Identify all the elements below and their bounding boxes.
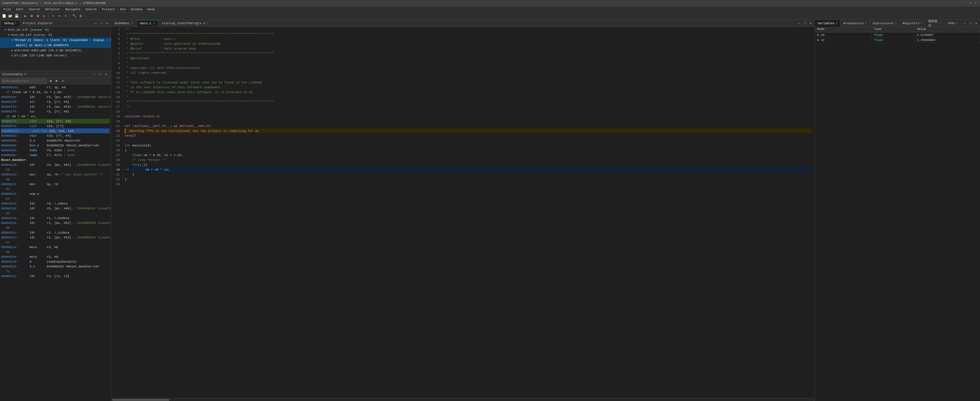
editor-tab-hex-close[interactable]: × xyxy=(131,22,133,25)
var-type-v1: float xyxy=(872,38,915,42)
tab-expressions-close[interactable]: × xyxy=(895,22,897,25)
asm-line-num59: 59 xyxy=(1,167,110,172)
editor-scrollbar-x[interactable] xyxy=(111,398,815,401)
asm-addr: 0800021c: xyxy=(1,231,30,234)
tree-expand-gdb: ▶ xyxy=(11,49,13,52)
toolbar-debug-suspend[interactable]: ⏸ xyxy=(29,13,35,19)
code-line-29: for(;;){ xyxy=(125,162,812,167)
toolbar-open[interactable]: 📂 xyxy=(7,13,13,19)
tab-breakpoints-close[interactable]: × xyxy=(865,22,867,25)
tab-variables-close[interactable]: × xyxy=(835,22,837,25)
toolbar-settings[interactable]: ⚙ xyxy=(78,13,83,19)
editor-tab-startup[interactable]: startup_stm32f407vgtx.s × xyxy=(158,20,212,27)
code-content[interactable]: /** ************************************… xyxy=(123,27,815,398)
disasm-nav-fwd[interactable]: ▶ xyxy=(54,78,59,83)
line-num-28: 28 xyxy=(112,158,120,162)
tab-sfrs[interactable]: SFRs × xyxy=(945,20,961,27)
tree-item-stlink[interactable]: ▶ ST-LINK (ST-LINK GDB server) xyxy=(0,53,111,58)
toolbar-step-return[interactable]: ⬆ xyxy=(63,13,68,19)
menu-source[interactable]: Source xyxy=(27,7,43,12)
tree-item-thread[interactable]: ▼ Thread #1 (main: 1 [core: 0] (Suspende… xyxy=(0,38,111,43)
menu-navigate[interactable]: Navigate xyxy=(63,7,83,12)
editor-scrollbar-thumb[interactable] xyxy=(112,399,169,401)
editor-close[interactable]: ✕ xyxy=(808,21,813,26)
line-numbers: 1 2 3 4 5 6 7 8 9 10 11 12 13 14 15 16 1… xyxy=(111,27,123,398)
editor-tab-hex[interactable]: 0x8000ec × xyxy=(111,20,137,27)
code-line-31: } xyxy=(125,172,812,177)
location-input[interactable] xyxy=(1,78,47,83)
asm-ops: r2, =_sidata xyxy=(47,231,69,234)
menu-project[interactable]: Project xyxy=(100,7,118,12)
editor-tab-bar: 0x8000ec × main.c × startup_stm32f407vgt… xyxy=(111,20,815,27)
asm-instr: ldr xyxy=(30,163,47,167)
asm-addr: 08000210: xyxy=(1,163,30,167)
asm-instr: ldr xyxy=(30,207,47,210)
tree-item-root[interactable]: ▼ Test_02.elf [cores: 0] xyxy=(0,27,111,32)
asm-line-ldr-r4: 08000222: ldr r4, [r2, r3] xyxy=(1,274,110,278)
toolbar-save[interactable]: 💾 xyxy=(14,13,19,19)
debug-maximize[interactable]: □ xyxy=(99,21,104,26)
left-panels: Debug × Project Explorer — □ ✕ ▼ Test_02… xyxy=(0,20,111,401)
tree-item-gdb[interactable]: ▶ arm-none-eabi-gdb (10.2.90.20210621) xyxy=(0,48,111,53)
toolbar-step-over[interactable]: ➡ xyxy=(56,13,62,19)
disasm-maximize[interactable]: □ xyxy=(98,72,103,77)
code-line-1: /** xyxy=(125,27,812,32)
menu-file[interactable]: File xyxy=(1,7,13,12)
tree-item-main[interactable]: main() at main.c:30 0x8001fe xyxy=(0,43,111,48)
close-button[interactable]: ✕ xyxy=(974,1,978,5)
toolbar-build[interactable]: 🔨 xyxy=(72,13,77,19)
code-line-26: { xyxy=(125,148,812,153)
asm-instr: movs xyxy=(30,255,47,259)
disasm-nav-back[interactable]: ◀ xyxy=(48,78,53,83)
toolbar-step-into[interactable]: ⬇ xyxy=(50,13,56,19)
editor-tab-main[interactable]: main.c × xyxy=(137,20,159,27)
asm-instr: b.n xyxy=(30,139,47,142)
editor-maximize[interactable]: □ xyxy=(802,21,808,26)
line-num-3: 3 xyxy=(112,37,120,41)
disasm-refresh[interactable]: ↻ xyxy=(60,78,65,83)
var-panel-maximize[interactable]: □ xyxy=(968,21,973,26)
toolbar-debug-resume[interactable]: ▶ xyxy=(22,13,28,19)
menu-help[interactable]: Help xyxy=(145,7,157,12)
line-num-14: 14 xyxy=(112,90,120,95)
var-row-v1[interactable]: ⊕ v1 float 1.35000002 xyxy=(815,38,980,43)
code-editor[interactable]: 1 2 3 4 5 6 7 8 9 10 11 12 13 14 15 16 1… xyxy=(111,27,815,398)
var-panel-minimize[interactable]: — xyxy=(963,21,967,26)
toolbar-debug-stop[interactable]: ⏹ xyxy=(35,13,41,19)
editor-tab-main-close[interactable]: × xyxy=(153,22,155,25)
maximize-button[interactable]: □ xyxy=(969,1,973,5)
tab-registers-close[interactable]: × xyxy=(920,22,922,25)
asm-instr: vldr xyxy=(30,124,47,128)
tree-item-elf[interactable]: ▼ Test_02.elf [cores: 0] xyxy=(0,32,111,38)
menu-edit[interactable]: Edit xyxy=(14,7,25,12)
disasm-close-btn[interactable]: ✕ xyxy=(103,72,108,77)
menu-search[interactable]: Search xyxy=(83,7,99,12)
menu-refactor[interactable]: Refactor xyxy=(43,7,62,12)
menu-window[interactable]: Window xyxy=(129,7,145,12)
tab-callstack-close[interactable]: × xyxy=(940,22,942,25)
tab-expressions[interactable]: Expressions × xyxy=(870,20,900,27)
tab-callstack[interactable]: 调用栈式 × xyxy=(925,20,945,27)
tab-project-explorer[interactable]: Project Explorer xyxy=(20,20,56,27)
editor-tab-startup-close[interactable]: × xyxy=(207,22,208,25)
disasm-minimize[interactable]: — xyxy=(92,72,97,77)
tab-debug-close[interactable]: × xyxy=(15,22,16,25)
menu-run[interactable]: Run xyxy=(118,7,128,12)
debug-minimize[interactable]: — xyxy=(93,21,98,26)
window-controls[interactable]: ─ □ ✕ xyxy=(964,1,978,5)
toolbar-debug-restart[interactable]: ↻ xyxy=(41,13,47,19)
debug-close[interactable]: ✕ xyxy=(105,21,110,26)
var-row-v0[interactable]: ⊕ v0 float 2.6150887 xyxy=(815,32,980,38)
tab-variables[interactable]: Variables × xyxy=(815,20,840,27)
tab-sfrs-close[interactable]: × xyxy=(956,22,958,25)
tab-registers[interactable]: Registers × xyxy=(900,20,925,27)
toolbar-new[interactable]: 📄 xyxy=(1,13,7,19)
minimize-button[interactable]: ─ xyxy=(964,1,967,5)
var-panel-close[interactable]: ✕ xyxy=(974,21,979,26)
disassembly-close[interactable]: × xyxy=(24,73,26,76)
editor-minimize[interactable]: — xyxy=(797,21,802,26)
asm-instr: ldr xyxy=(30,231,47,234)
tab-debug[interactable]: Debug × xyxy=(1,20,20,27)
disassembly-content[interactable]: 0800001ec: add r7, sp, #0 27 float v0 = … xyxy=(0,84,111,401)
tab-breakpoints[interactable]: Breakpoints × xyxy=(840,20,870,27)
